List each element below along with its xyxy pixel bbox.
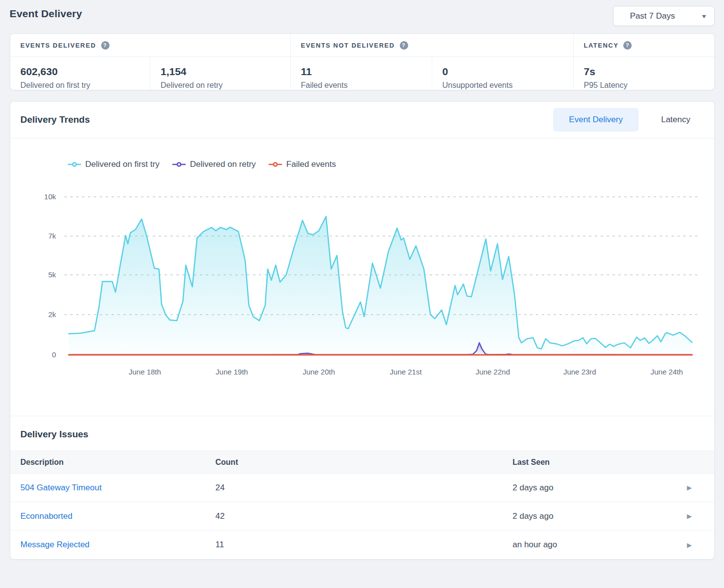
column-header-last-seen: Last Seen [513, 458, 687, 467]
bottom-fade [0, 571, 724, 588]
issue-description-link[interactable]: Message Rejected [10, 540, 216, 550]
stat-value: 1,154 [161, 66, 280, 78]
legend-item[interactable]: Delivered on first try [68, 160, 160, 169]
legend-marker-icon [269, 161, 282, 167]
stat-cell: 1,154 Delivered on retry [150, 57, 290, 90]
stat-value: 11 [301, 66, 421, 78]
stat-label: Delivered on retry [161, 81, 280, 90]
chart-canvas: 02k5k7k10kJune 18thJune 19thJune 20thJun… [10, 177, 714, 385]
issue-count: 24 [216, 483, 513, 493]
y-axis-tick-label: 5k [48, 270, 56, 279]
chevron-down-icon: ▼ [700, 13, 707, 19]
trends-tabs: Event Delivery Latency [553, 108, 706, 132]
stat-label: Unsupported events [443, 81, 563, 90]
legend-label: Delivered on first try [85, 160, 160, 169]
chevron-right-icon[interactable]: ▶ [687, 512, 714, 520]
x-axis-tick-label: June 23rd [563, 368, 596, 376]
issues-table-header: Description Count Last Seen [10, 451, 714, 474]
issue-last-seen: an hour ago [513, 540, 687, 550]
y-axis-tick-label: 2k [48, 310, 56, 319]
stats-card: EVENTS DELIVERED ? 602,630 Delivered on … [10, 33, 715, 90]
delivery-trends-card: Delivery Trends Event Delivery Latency D… [10, 101, 715, 560]
stat-group-latency: LATENCY ? 7s P95 Latency [574, 34, 714, 90]
page-title: Event Delivery [10, 6, 83, 20]
chevron-right-icon[interactable]: ▶ [687, 541, 714, 549]
legend-label: Failed events [286, 160, 336, 169]
stat-group-events-delivered: EVENTS DELIVERED ? 602,630 Delivered on … [10, 34, 291, 90]
issue-last-seen: 2 days ago [513, 511, 687, 521]
issue-description-link[interactable]: Econnaborted [10, 511, 216, 521]
stat-value: 602,630 [21, 66, 140, 78]
stat-cell: 7s P95 Latency [574, 57, 714, 90]
stat-value: 0 [443, 66, 563, 78]
delivery-trends-chart: Delivered on first try Delivered on retr… [10, 138, 714, 416]
y-axis-tick-label: 7k [48, 232, 56, 240]
trends-chart-svg: 02k5k7k10kJune 18thJune 19thJune 20thJun… [10, 177, 714, 387]
stat-cell: 602,630 Delivered on first try [10, 57, 151, 90]
stat-group-events-not-delivered: EVENTS NOT DELIVERED ? 11 Failed events … [291, 34, 574, 90]
legend-marker-icon [172, 161, 186, 167]
issues-table-body: 504 Gateway Timeout 24 2 days ago ▶Econn… [10, 474, 714, 559]
legend-item[interactable]: Failed events [269, 160, 336, 169]
trends-title: Delivery Trends [21, 114, 90, 125]
y-axis-tick-label: 0 [52, 350, 56, 359]
issue-last-seen: 2 days ago [513, 483, 687, 493]
chart-legend: Delivered on first try Delivered on retr… [10, 158, 714, 171]
x-axis-tick-label: June 24th [650, 368, 683, 376]
tab-latency[interactable]: Latency [645, 108, 706, 132]
x-axis-tick-label: June 20th [303, 368, 335, 376]
tab-event-delivery[interactable]: Event Delivery [553, 108, 639, 132]
x-axis-tick-label: June 19th [216, 368, 248, 376]
help-icon[interactable]: ? [623, 41, 632, 50]
issues-title: Delivery Issues [21, 429, 704, 440]
legend-marker-icon [68, 161, 81, 167]
stat-cell: 11 Failed events [291, 57, 432, 90]
stat-group-title: EVENTS NOT DELIVERED [301, 42, 395, 49]
x-axis-tick-label: June 22nd [475, 368, 510, 376]
stat-cell: 0 Unsupported events [432, 57, 573, 90]
time-range-value: Past 7 Days [630, 11, 675, 21]
stat-label: Failed events [301, 81, 421, 90]
top-bar: Event Delivery Past 7 Days ▼ [10, 0, 715, 26]
legend-label: Delivered on retry [190, 160, 256, 169]
table-row[interactable]: 504 Gateway Timeout 24 2 days ago ▶ [10, 474, 714, 502]
legend-item[interactable]: Delivered on retry [172, 160, 256, 169]
time-range-dropdown[interactable]: Past 7 Days ▼ [613, 6, 715, 26]
stat-group-title: LATENCY [584, 42, 619, 49]
issue-description-link[interactable]: 504 Gateway Timeout [10, 483, 216, 493]
table-row[interactable]: Message Rejected 11 an hour ago ▶ [10, 531, 714, 559]
x-axis-tick-label: June 21st [390, 368, 422, 376]
stat-value: 7s [584, 66, 704, 78]
column-header-count: Count [216, 458, 513, 467]
issue-count: 42 [216, 511, 513, 521]
stat-label: Delivered on first try [21, 81, 140, 90]
column-header-description: Description [10, 458, 216, 467]
issue-count: 11 [216, 540, 513, 550]
chevron-right-icon[interactable]: ▶ [687, 484, 714, 491]
x-axis-tick-label: June 18th [128, 368, 161, 376]
stat-group-title: EVENTS DELIVERED [21, 42, 96, 49]
help-icon[interactable]: ? [400, 41, 408, 50]
help-icon[interactable]: ? [101, 41, 110, 50]
stat-label: P95 Latency [584, 81, 704, 90]
y-axis-tick-label: 10k [44, 192, 56, 201]
table-row[interactable]: Econnaborted 42 2 days ago ▶ [10, 502, 714, 531]
